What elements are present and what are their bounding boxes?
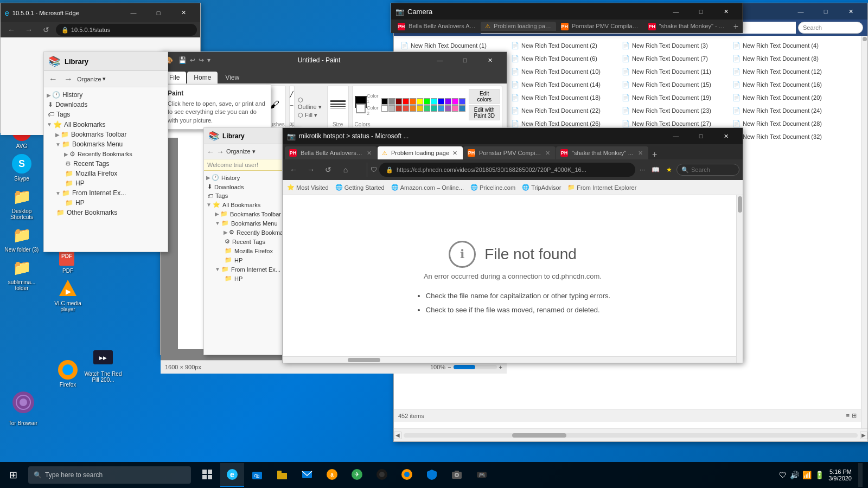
edge1-minimize-btn[interactable]: — — [121, 5, 146, 21]
swatch-emerald[interactable] — [424, 105, 430, 112]
fflibrary2-back-btn[interactable]: ← — [207, 147, 214, 156]
paint-file-tab[interactable]: File — [169, 74, 180, 81]
taskbar-edge-btn[interactable]: e — [220, 463, 244, 487]
camera1-close-btn[interactable]: ✕ — [713, 3, 738, 20]
table-row[interactable]: 📄New Rich Text Document (2) — [509, 40, 617, 51]
swatch-orange[interactable] — [410, 98, 416, 105]
table-row[interactable]: 📄New Rich Text Document (32) — [730, 131, 839, 142]
table-row[interactable]: 📄New Rich Text Document (24) — [730, 105, 839, 116]
start-button[interactable]: ⊞ — [0, 462, 26, 488]
swatch-tomato[interactable] — [403, 105, 409, 112]
table-row[interactable]: 📄New Rich Text Document (14) — [509, 79, 617, 90]
table-row[interactable]: 📄New Rich Text Document (6) — [509, 53, 617, 64]
edge2-tab-3[interactable]: PH Pornstar PMV Compilation 19... ✕ — [463, 146, 556, 159]
taskbar-explorer-btn[interactable] — [270, 463, 294, 487]
edge2-refresh-btn[interactable]: ↺ — [321, 162, 336, 177]
tray-battery-icon[interactable]: 🔋 — [815, 471, 824, 479]
paint-customize-icon[interactable]: ▾ — [207, 56, 210, 64]
tray-volume-icon[interactable]: 🔊 — [790, 471, 799, 479]
taskbar-amazon-btn[interactable]: a — [320, 463, 344, 487]
taskbar-search-bar[interactable]: 🔍 Type here to search — [28, 466, 191, 484]
library1-forward-btn[interactable]: → — [62, 73, 75, 85]
table-row[interactable]: 📄New Rich Text Document (10) — [509, 66, 617, 77]
tray-network-icon[interactable]: 📶 — [802, 471, 812, 479]
edge2-tab3-close[interactable]: ✕ — [544, 150, 551, 157]
swatch-lime[interactable] — [424, 98, 430, 105]
table-row[interactable]: 📄New Rich Text Document (4) — [730, 40, 839, 51]
sidebar-item-hp[interactable]: 📁 HP — [64, 178, 165, 188]
swatch-red[interactable] — [403, 98, 409, 105]
docs-list-view-icon[interactable]: ≡ — [846, 412, 850, 419]
sidebar-item-from-internet-ex[interactable]: ▼ 📁 From Internet Ex... — [55, 188, 165, 198]
rect-shape-btn[interactable]: ▭ — [289, 115, 295, 121]
taskbar-media-btn[interactable] — [370, 463, 394, 487]
swatch-purple[interactable] — [445, 98, 451, 105]
taskbar-store-btn[interactable]: 🛍 — [245, 463, 269, 487]
table-row[interactable]: 📄New Rich Text Document (22) — [509, 105, 617, 116]
docs-close-btn[interactable]: ✕ — [838, 3, 863, 20]
edge2-home-btn[interactable]: ⌂ — [338, 162, 353, 177]
table-row[interactable]: 📄New Rich Text Document (3) — [620, 40, 728, 51]
paint-save-icon[interactable]: 💾 — [178, 56, 187, 64]
bm-getting-started[interactable]: 🌐 Getting Started — [335, 184, 385, 191]
taskbar-camera-btn[interactable] — [445, 463, 469, 487]
swatch-crimson[interactable] — [395, 105, 402, 112]
table-row[interactable]: 📄New Rich Text Document (15) — [620, 79, 728, 90]
camera1-tab-1[interactable]: PH Bella Bellz Analovers Anal Editi... ✕ — [393, 22, 480, 31]
edge2-more-btn[interactable]: ··· — [637, 165, 647, 175]
desktop-icon-vlc[interactable]: ▶ VLC media player — [49, 277, 87, 312]
table-row[interactable]: 📄New Rich Text Document (19) — [620, 92, 728, 103]
paint-minimize-btn[interactable]: — — [427, 52, 452, 68]
camera1-minimize-btn[interactable]: — — [663, 3, 688, 20]
table-row[interactable]: 📄New Rich Text Document (1) — [398, 40, 507, 51]
desktop-icon-tor[interactable]: Tor Browser — [3, 390, 43, 426]
edge2-tab-4[interactable]: PH "shake that Monkey" - Bella Be... ✕ — [556, 146, 648, 159]
edge2-tab2-close[interactable]: ✕ — [451, 150, 458, 157]
table-row[interactable]: 📄New Rich Text Document (8) — [730, 53, 839, 64]
taskbar-games-btn[interactable]: 🎮 — [470, 463, 494, 487]
taskbar-mail-btn[interactable] — [295, 463, 319, 487]
desktop-icon-desktop-shortcuts[interactable]: 📁 Desktop Shortcuts — [3, 184, 41, 220]
table-row[interactable]: 📄New Rich Text Document (28) — [730, 118, 839, 129]
paint-close-btn[interactable]: ✕ — [477, 52, 502, 68]
table-row[interactable]: 📄New Rich Text Document (18) — [509, 92, 617, 103]
show-desktop-btn[interactable] — [858, 463, 863, 487]
camera1-tab-4[interactable]: PH "shake that Monkey" - Bella Be... ✕ — [644, 22, 731, 31]
swatch-cornblue[interactable] — [438, 105, 444, 112]
edge2-close-btn[interactable]: ✕ — [713, 128, 738, 144]
outline-btn[interactable]: ⬡ Outline ▾ — [298, 97, 324, 111]
taskbar-task-view-btn[interactable] — [195, 463, 219, 487]
docs-scroll-right-btn[interactable]: ▶ — [860, 432, 867, 439]
swatch-gray[interactable] — [388, 98, 395, 105]
taskbar-firefox-btn[interactable] — [395, 463, 419, 487]
edge2-tab1-close[interactable]: ✕ — [366, 150, 373, 157]
sidebar-item-recent-tags[interactable]: ⚙ Recent Tags — [64, 159, 165, 169]
bm-tripadvisor[interactable]: 🌐 TripAdvisor — [522, 184, 561, 191]
desktop-icon-new-folder[interactable]: 📁 New folder (3) — [3, 223, 41, 253]
paint-undo-icon[interactable]: ↩ — [190, 56, 195, 64]
docs-maximize-btn[interactable]: □ — [813, 3, 838, 20]
swatch-darkred[interactable] — [395, 98, 402, 105]
fill-control-btn[interactable]: ⬡ Fill ▾ — [298, 112, 324, 119]
swatch-steelblue[interactable] — [459, 105, 465, 112]
edge2-forward-btn[interactable]: → — [303, 162, 318, 177]
edge1-refresh-btn[interactable]: ↺ — [39, 22, 54, 37]
bm-most-visited[interactable]: ⭐ Most Visited — [287, 184, 329, 191]
curve-shape-btn[interactable]: ⌒ — [289, 102, 295, 115]
sidebar-item-tags[interactable]: 🏷 Tags — [47, 110, 165, 119]
docs-search-input[interactable] — [798, 22, 863, 34]
sidebar-item-mozilla-firefox[interactable]: 📁 Mozilla Firefox — [64, 169, 165, 178]
swatch-periwinkle[interactable] — [459, 98, 465, 105]
edge2-address-bar[interactable]: 🔒 https://cd.phncdn.com/videos/201805/30… — [379, 163, 635, 177]
library1-organize-btn[interactable]: Organize ▾ — [77, 75, 106, 82]
edge2-favorites-icon[interactable]: ★ — [664, 165, 674, 175]
swatch-darkorange[interactable] — [410, 105, 416, 112]
paint-maximize-btn[interactable]: □ — [452, 52, 477, 68]
swatch-goldenrod[interactable] — [417, 105, 423, 112]
sidebar-item-bookmarks-menu[interactable]: ▼ 📁 Bookmarks Menu — [55, 139, 165, 149]
edge1-forward-btn[interactable]: → — [21, 22, 36, 37]
sidebar-item-history[interactable]: ▶ 🕐 History — [47, 90, 165, 100]
fflibrary2-organize-btn[interactable]: Organize ▾ — [226, 148, 256, 155]
sidebar-item-bookmarks-toolbar[interactable]: ▶ 📁 Bookmarks Toolbar — [55, 130, 165, 139]
swatch-magenta[interactable] — [452, 98, 458, 105]
